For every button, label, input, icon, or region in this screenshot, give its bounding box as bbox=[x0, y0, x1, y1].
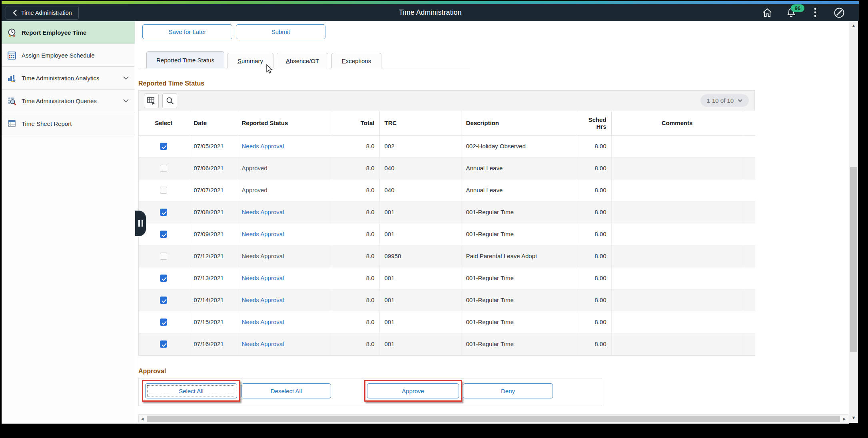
select-all-button[interactable]: Select All bbox=[145, 383, 237, 398]
horizontal-scrollbar[interactable]: ◄ ► bbox=[138, 414, 848, 423]
sidebar: Report Employee Time Assign Employee Sch… bbox=[2, 21, 135, 424]
col-header-sched-hrs: Sched Hrs bbox=[576, 111, 611, 135]
row-checkbox[interactable] bbox=[160, 187, 167, 194]
calendar-icon bbox=[7, 51, 16, 60]
sidebar-item-report-employee-time[interactable]: Report Employee Time bbox=[2, 21, 135, 44]
table-row: 07/09/2021 Needs Approval 8.0 001 001-Re… bbox=[139, 223, 755, 245]
horizontal-scrollbar-thumb[interactable] bbox=[147, 416, 840, 422]
row-comments bbox=[611, 289, 743, 311]
col-header-description: Description bbox=[461, 111, 576, 135]
approval-section-title: Approval bbox=[138, 368, 166, 375]
scroll-down-arrow-icon[interactable]: ▼ bbox=[849, 414, 858, 421]
grid-personalize-button[interactable] bbox=[144, 94, 159, 108]
submit-button[interactable]: Submit bbox=[236, 24, 325, 39]
row-end-spacer bbox=[743, 267, 755, 289]
pagination-control[interactable]: 1-10 of 10 bbox=[700, 94, 749, 107]
tab-absence-ot[interactable]: Absence/OT bbox=[277, 53, 328, 68]
row-date: 07/09/2021 bbox=[189, 223, 237, 245]
grid-body: 07/05/2021 Needs Approval 8.0 002 002-Ho… bbox=[139, 135, 755, 355]
sidebar-item-label: Time Administration Analytics bbox=[22, 75, 100, 82]
home-icon[interactable] bbox=[761, 7, 773, 19]
row-total: 8.0 bbox=[332, 223, 379, 245]
row-date: 07/13/2021 bbox=[189, 267, 237, 289]
pagination-label: 1-10 of 10 bbox=[706, 97, 734, 104]
row-trc: 040 bbox=[379, 179, 461, 201]
table-row: 07/13/2021 Needs Approval 8.0 001 001-Re… bbox=[139, 267, 755, 289]
more-actions-kebab-icon[interactable] bbox=[809, 7, 821, 19]
vertical-scrollbar[interactable]: ▲ ▼ bbox=[849, 21, 858, 423]
tab-reported-time-status[interactable]: Reported Time Status bbox=[146, 51, 224, 68]
approve-button[interactable]: Approve bbox=[367, 383, 459, 398]
header-icons: 96 bbox=[761, 4, 845, 21]
row-checkbox[interactable] bbox=[160, 319, 167, 326]
reported-status-link[interactable]: Needs Approval bbox=[242, 297, 284, 303]
row-trc: 040 bbox=[379, 157, 461, 179]
row-sched-hrs: 8.00 bbox=[576, 289, 611, 311]
scroll-left-arrow-icon[interactable]: ◄ bbox=[139, 415, 146, 423]
reported-status-link[interactable]: Needs Approval bbox=[242, 209, 284, 215]
row-total: 8.0 bbox=[332, 289, 379, 311]
save-for-later-button[interactable]: Save for Later bbox=[142, 24, 232, 39]
sidebar-item-time-administration-analytics[interactable]: Time Administration Analytics bbox=[2, 67, 135, 90]
reported-status-link[interactable]: Needs Approval bbox=[242, 143, 284, 149]
chevron-down-icon bbox=[737, 99, 743, 102]
row-checkbox[interactable] bbox=[160, 297, 167, 304]
row-end-spacer bbox=[743, 135, 755, 157]
row-date: 07/08/2021 bbox=[189, 201, 237, 223]
row-total: 8.0 bbox=[332, 311, 379, 333]
reported-status-link[interactable]: Needs Approval bbox=[242, 340, 284, 347]
row-description: Annual Leave bbox=[461, 157, 576, 179]
col-header-comments: Comments bbox=[611, 111, 743, 135]
row-description: Annual Leave bbox=[461, 179, 576, 201]
row-comments bbox=[611, 223, 743, 245]
row-comments bbox=[611, 267, 743, 289]
deselect-all-button[interactable]: Deselect All bbox=[241, 383, 331, 398]
row-date: 07/05/2021 bbox=[189, 135, 237, 157]
row-checkbox[interactable] bbox=[160, 253, 167, 260]
row-trc: 001 bbox=[379, 267, 461, 289]
table-row: 07/06/2021 Approved 8.0 040 Annual Leave… bbox=[139, 157, 755, 179]
sidebar-collapse-handle[interactable] bbox=[135, 211, 146, 236]
reported-status-link[interactable]: Needs Approval bbox=[242, 231, 284, 237]
row-checkbox[interactable] bbox=[160, 143, 167, 150]
row-description: 001-Regular Time bbox=[461, 333, 576, 355]
notifications-bell-icon[interactable]: 96 bbox=[785, 7, 797, 19]
row-total: 8.0 bbox=[332, 135, 379, 157]
row-comments bbox=[611, 201, 743, 223]
row-checkbox[interactable] bbox=[160, 165, 167, 172]
reported-status-link: Approved bbox=[242, 187, 267, 193]
grid-search-button[interactable] bbox=[162, 94, 177, 108]
row-description: 002-Holiday Observed bbox=[461, 135, 576, 157]
row-trc: 09958 bbox=[379, 245, 461, 267]
row-date: 07/14/2021 bbox=[189, 289, 237, 311]
sidebar-item-time-administration-queries[interactable]: Time Administration Queries bbox=[2, 90, 135, 112]
row-checkbox[interactable] bbox=[160, 275, 167, 282]
row-checkbox[interactable] bbox=[160, 340, 167, 348]
reported-status-link[interactable]: Needs Approval bbox=[242, 319, 284, 325]
row-description: 001-Regular Time bbox=[461, 223, 576, 245]
reported-status-link[interactable]: Needs Approval bbox=[242, 275, 284, 281]
row-sched-hrs: 8.00 bbox=[576, 201, 611, 223]
table-row: 07/15/2021 Needs Approval 8.0 001 001-Re… bbox=[139, 311, 755, 333]
row-description: 001-Regular Time bbox=[461, 311, 576, 333]
vertical-scrollbar-thumb[interactable] bbox=[850, 167, 857, 352]
row-trc: 001 bbox=[379, 333, 461, 355]
tab-exceptions[interactable]: Exceptions bbox=[331, 53, 381, 68]
row-date: 07/07/2021 bbox=[189, 179, 237, 201]
row-checkbox[interactable] bbox=[160, 209, 167, 216]
accent-bar bbox=[2, 1, 859, 4]
reported-status-link: Approved bbox=[242, 165, 267, 171]
scroll-right-arrow-icon[interactable]: ► bbox=[841, 415, 848, 423]
row-checkbox[interactable] bbox=[160, 231, 167, 238]
scroll-up-arrow-icon[interactable]: ▲ bbox=[849, 22, 858, 29]
sidebar-item-time-sheet-report[interactable]: Time Sheet Report bbox=[2, 112, 135, 135]
query-search-icon bbox=[7, 96, 16, 106]
deny-button[interactable]: Deny bbox=[463, 383, 553, 398]
row-sched-hrs: 8.00 bbox=[576, 311, 611, 333]
row-end-spacer bbox=[743, 157, 755, 179]
sidebar-item-assign-employee-schedule[interactable]: Assign Employee Schedule bbox=[2, 44, 135, 67]
table-row: 07/16/2021 Needs Approval 8.0 001 001-Re… bbox=[139, 333, 755, 355]
row-trc: 001 bbox=[379, 223, 461, 245]
notification-badge: 96 bbox=[791, 4, 804, 12]
navbar-compass-icon[interactable] bbox=[833, 7, 845, 19]
